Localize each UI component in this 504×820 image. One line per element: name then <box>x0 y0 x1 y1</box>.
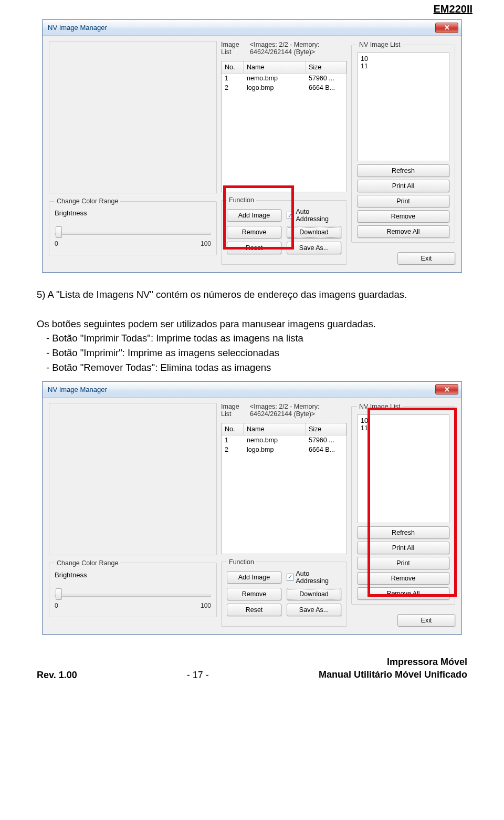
brightness-slider[interactable] <box>55 224 211 238</box>
brightness-min: 0 <box>55 240 58 247</box>
col-name: Name <box>244 423 306 435</box>
color-range-legend: Change Color Range <box>55 198 120 205</box>
brightness-max: 100 <box>201 602 211 609</box>
brightness-max: 100 <box>201 240 211 247</box>
checkbox-icon: ✓ <box>287 212 293 219</box>
dialog-title: NV Image Manager <box>48 24 107 32</box>
brightness-min: 0 <box>55 602 58 609</box>
image-list[interactable]: No. Name Size 1 nemo.bmp 57960 ... 2 log… <box>221 423 347 554</box>
table-row[interactable]: 2 logo.bmp 6664 B... <box>222 445 346 454</box>
table-row[interactable]: 1 nemo.bmp 57960 ... <box>222 435 346 445</box>
save-as-button[interactable]: Save As... <box>287 604 341 616</box>
add-image-button[interactable]: Add Image <box>227 571 281 584</box>
image-list-status: <Images: 2/2 - Memory: 64624/262144 (Byt… <box>250 403 347 418</box>
nv-image-list-group: NV Image List 10 11 Refresh Print All Pr… <box>351 403 455 605</box>
brightness-label: Brightness <box>55 209 211 217</box>
checkbox-icon: ✓ <box>287 574 293 581</box>
exit-button[interactable]: Exit <box>397 252 455 265</box>
close-icon[interactable]: ✕ <box>435 23 458 33</box>
dialog-title: NV Image Manager <box>48 386 107 393</box>
image-list-status: <Images: 2/2 - Memory: 64624/262144 (Byt… <box>250 41 347 56</box>
color-range-group: Change Color Range Brightness 0 100 <box>49 559 217 617</box>
function-legend: Function <box>227 196 256 204</box>
reset-button[interactable]: Reset <box>227 604 281 616</box>
remove-button[interactable]: Remove <box>227 588 281 600</box>
image-list-label: Image List <box>221 403 243 418</box>
doc-p1: 5) A "Lista de Imagens NV" contém os núm… <box>37 287 467 302</box>
nv-image-list-group: NV Image List 10 11 Refresh Print All Pr… <box>351 41 455 243</box>
nv-image-manager-dialog-2: NV Image Manager ✕ Change Color Range Br… <box>42 381 462 635</box>
nv-image-manager-dialog-1: NV Image Manager ✕ Change Color Range Br… <box>42 19 462 273</box>
print-button[interactable]: Print <box>357 557 449 569</box>
function-group: Function Add Image ✓ Auto Addressing Rem… <box>221 558 347 627</box>
document-body-text: 5) A "Lista de Imagens NV" contém os núm… <box>37 287 467 375</box>
refresh-button[interactable]: Refresh <box>357 164 449 177</box>
close-icon[interactable]: ✕ <box>435 384 458 395</box>
table-row[interactable]: 2 logo.bmp 6664 B... <box>222 83 346 92</box>
function-legend: Function <box>227 558 256 566</box>
list-item[interactable]: 11 <box>361 424 446 432</box>
refresh-button[interactable]: Refresh <box>357 526 449 539</box>
image-preview-panel <box>49 41 217 193</box>
print-all-button[interactable]: Print All <box>357 180 449 192</box>
doc-bullet-1: - Botão "Imprimir Todas": Imprime todas … <box>46 331 467 346</box>
nv-image-list[interactable]: 10 11 <box>357 414 449 523</box>
footer-product: Impressora Móvel <box>319 656 467 668</box>
image-list-label: Image List <box>221 41 243 56</box>
remove-all-button[interactable]: Remove All <box>357 587 449 600</box>
brightness-slider[interactable] <box>55 586 211 600</box>
function-group: Function Add Image ✓ Auto Addressing Rem… <box>221 196 347 265</box>
print-button[interactable]: Print <box>357 195 449 207</box>
exit-button[interactable]: Exit <box>397 614 455 627</box>
doc-p2: Os botões seguintes podem ser utilizados… <box>37 317 467 331</box>
doc-bullet-3: - Botão "Remover Todas": Elimina todas a… <box>46 360 467 375</box>
save-as-button[interactable]: Save As... <box>287 242 341 254</box>
table-row[interactable]: 1 nemo.bmp 57960 ... <box>222 74 346 83</box>
remove-nv-button[interactable]: Remove <box>357 572 449 585</box>
page-model-header: EM220II <box>32 3 472 15</box>
remove-all-button[interactable]: Remove All <box>357 225 449 238</box>
color-range-group: Change Color Range Brightness 0 100 <box>49 198 217 255</box>
col-size: Size <box>306 61 346 73</box>
list-item[interactable]: 10 <box>361 417 446 424</box>
nv-image-list-legend: NV Image List <box>357 41 403 48</box>
footer-rev: Rev. 1.00 <box>37 670 77 681</box>
auto-addressing-checkbox[interactable]: ✓ Auto Addressing <box>287 570 341 585</box>
col-no: No. <box>222 423 244 435</box>
list-item[interactable]: 11 <box>361 63 446 70</box>
image-list[interactable]: No. Name Size 1 nemo.bmp 57960 ... 2 log… <box>221 61 347 192</box>
remove-nv-button[interactable]: Remove <box>357 210 449 223</box>
remove-button[interactable]: Remove <box>227 226 281 238</box>
print-all-button[interactable]: Print All <box>357 542 449 554</box>
download-button[interactable]: Download <box>287 588 341 600</box>
add-image-button[interactable]: Add Image <box>227 209 281 222</box>
nv-image-list-legend: NV Image List <box>357 403 403 410</box>
reset-button[interactable]: Reset <box>227 242 281 254</box>
col-size: Size <box>306 423 346 435</box>
col-no: No. <box>222 61 244 73</box>
footer-manual: Manual Utilitário Móvel Unificado <box>319 668 467 681</box>
doc-bullet-2: - Botão "Imprimir": Imprime as imagens s… <box>46 346 467 360</box>
footer-page-number: - 17 - <box>77 670 319 681</box>
image-preview-panel <box>49 403 217 555</box>
color-range-legend: Change Color Range <box>55 559 120 567</box>
nv-image-list[interactable]: 10 11 <box>357 53 449 161</box>
brightness-label: Brightness <box>55 571 211 579</box>
col-name: Name <box>244 61 306 73</box>
auto-addressing-checkbox[interactable]: ✓ Auto Addressing <box>287 208 341 223</box>
list-item[interactable]: 10 <box>361 55 446 63</box>
download-button[interactable]: Download <box>287 226 341 238</box>
